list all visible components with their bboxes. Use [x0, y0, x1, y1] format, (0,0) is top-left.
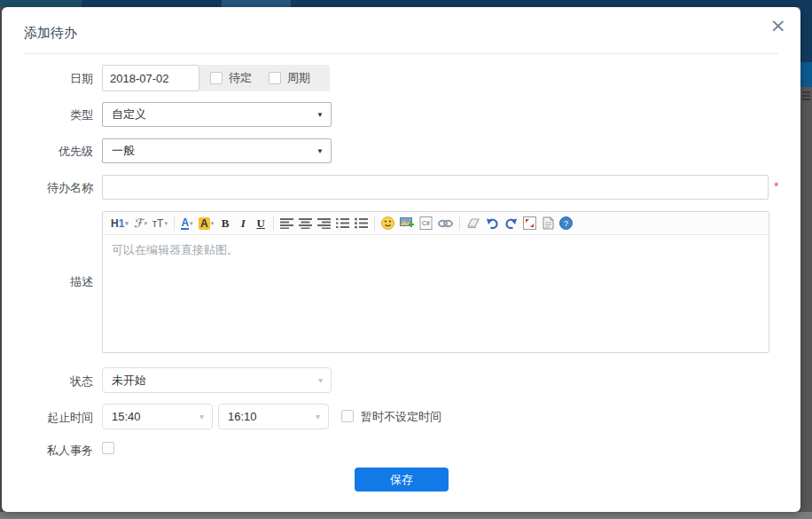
insert-code-button[interactable]: C#: [417, 214, 435, 233]
date-label: 日期: [2, 71, 93, 87]
remove-format-button[interactable]: [464, 214, 483, 233]
chevron-down-icon: ▾: [211, 220, 215, 227]
toolbar-separator: [459, 216, 460, 231]
close-icon[interactable]: ×: [770, 16, 786, 35]
select-caret-icon: ▼: [316, 147, 324, 155]
date-input[interactable]: [102, 65, 199, 91]
redo-icon: [504, 217, 518, 230]
chevron-down-icon: ▾: [144, 220, 147, 227]
dropdown-caret-icon: ▾: [316, 412, 320, 421]
font-family-dropdown[interactable]: ℱ▾: [131, 214, 150, 233]
italic-button[interactable]: I: [234, 214, 252, 233]
dialog-title: 添加待办: [24, 25, 77, 42]
font-color-picker[interactable]: A▾: [178, 214, 196, 233]
insert-code-icon: C#: [419, 216, 433, 230]
no-time-checkbox-label: 暂时不设定时间: [361, 404, 441, 429]
status-label: 状态: [2, 374, 93, 389]
save-button[interactable]: 保存: [355, 468, 449, 491]
help-icon: ?: [559, 216, 573, 230]
undo-icon: [486, 217, 499, 230]
priority-select-value: 一般: [112, 143, 135, 159]
priority-select[interactable]: 一般 ▼: [102, 138, 332, 163]
status-select[interactable]: 未开始 ▾: [102, 367, 332, 393]
type-label: 类型: [2, 107, 93, 123]
help-button[interactable]: ?: [557, 214, 575, 233]
redo-button[interactable]: [502, 214, 520, 233]
background-bottom-bar: [0, 512, 812, 519]
align-center-button[interactable]: [296, 214, 315, 233]
insert-link-button[interactable]: [435, 214, 456, 233]
cycle-checkbox[interactable]: [269, 72, 281, 84]
time-label: 起止时间: [2, 410, 93, 426]
todo-name-input[interactable]: [102, 175, 769, 200]
svg-text:C#: C#: [422, 220, 430, 226]
unordered-list-icon: [355, 217, 368, 229]
add-todo-dialog: 添加待办 × 日期 待定 周期 类型 自定义 ▼ 优先级 一般 ▼ 待办名称 *…: [2, 7, 800, 512]
pending-checkbox[interactable]: [210, 72, 223, 84]
private-checkbox[interactable]: [102, 442, 114, 454]
undo-button[interactable]: [483, 214, 502, 233]
no-time-checkbox[interactable]: [341, 410, 354, 422]
select-caret-icon: ▼: [316, 111, 324, 119]
title-divider: [24, 53, 778, 54]
align-right-button[interactable]: [315, 214, 333, 233]
end-time-select[interactable]: 16:10 ▾: [218, 404, 329, 429]
insert-link-icon: [438, 218, 453, 229]
end-time-value: 16:10: [228, 410, 257, 423]
chevron-down-icon: ▾: [190, 220, 193, 227]
ordered-list-button[interactable]: [333, 214, 352, 233]
background-right-navy: [800, 0, 812, 62]
description-label: 描述: [2, 211, 93, 353]
rich-text-editor: H1▾ ℱ▾ ᴛT▾ A▾ A▾ B I U: [102, 211, 769, 353]
hamburger-icon: [802, 95, 810, 97]
unordered-list-button[interactable]: [352, 214, 371, 233]
hamburger-icon: [802, 91, 810, 93]
editor-body[interactable]: 可以在编辑器直接贴图。: [103, 235, 769, 265]
highlight-color-picker[interactable]: A▾: [196, 214, 216, 233]
align-right-icon: [317, 217, 331, 229]
source-document-button[interactable]: [539, 214, 557, 233]
heading-dropdown[interactable]: H1▾: [108, 214, 131, 233]
insert-image-button[interactable]: [397, 214, 417, 233]
chevron-down-icon: ▾: [125, 220, 129, 227]
toolbar-separator: [374, 216, 375, 231]
fullscreen-button[interactable]: [520, 214, 539, 233]
document-icon: [543, 216, 554, 230]
background-right-edge: [800, 0, 812, 519]
editor-toolbar: H1▾ ℱ▾ ᴛT▾ A▾ A▾ B I U: [103, 212, 769, 235]
private-label: 私人事务: [2, 443, 93, 459]
eraser-icon: [466, 217, 480, 229]
todo-name-label: 待办名称: [2, 180, 93, 196]
underline-button[interactable]: U: [252, 214, 269, 233]
align-center-icon: [299, 217, 312, 229]
dropdown-caret-icon: ▾: [199, 412, 204, 421]
fullscreen-icon: [523, 216, 536, 230]
align-left-button[interactable]: [277, 214, 296, 233]
priority-label: 优先级: [2, 144, 93, 160]
font-size-dropdown[interactable]: ᴛT▾: [150, 214, 170, 233]
cycle-checkbox-label: 周期: [287, 70, 310, 86]
toolbar-separator: [273, 216, 274, 231]
background-top-bar: [0, 0, 812, 7]
type-select[interactable]: 自定义 ▼: [102, 102, 332, 127]
emoticon-icon: [381, 216, 394, 230]
chevron-down-icon: ▾: [164, 220, 168, 227]
hamburger-icon: [802, 98, 810, 100]
type-select-value: 自定义: [112, 106, 146, 122]
ordered-list-icon: [336, 217, 349, 229]
align-left-icon: [280, 217, 293, 229]
background-right-blue: [800, 62, 812, 87]
background-top-bar-segment: [0, 0, 82, 7]
bold-button[interactable]: B: [216, 214, 234, 233]
status-select-value: 未开始: [112, 373, 146, 389]
date-flags-panel: 待定 周期: [199, 65, 330, 91]
start-time-value: 15:40: [112, 410, 141, 423]
start-time-select[interactable]: 15:40 ▾: [102, 404, 213, 429]
toolbar-separator: [174, 216, 175, 231]
emoticon-button[interactable]: [379, 214, 397, 233]
background-right-gray: [800, 87, 812, 512]
insert-image-icon: [400, 216, 414, 230]
pending-checkbox-label: 待定: [229, 70, 252, 86]
required-asterisk: *: [774, 179, 778, 193]
dropdown-caret-icon: ▾: [318, 375, 323, 385]
